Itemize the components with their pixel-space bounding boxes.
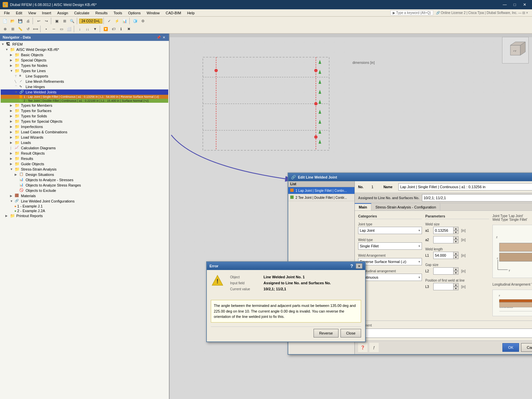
tb-line[interactable]: ─ xyxy=(50,25,58,33)
reverse-button[interactable]: Reverse xyxy=(314,329,338,337)
nav-item-imperfections[interactable]: ▶ 📁 Imperfections xyxy=(1,124,168,129)
nav-item-types-members[interactable]: ▶ 📁 Types for Members xyxy=(1,103,168,108)
3d-cube-navigator[interactable]: +Y xyxy=(502,37,529,64)
comment-select[interactable] xyxy=(357,329,532,338)
tb-redo[interactable]: ↪ xyxy=(43,17,50,25)
nav-item-config-1[interactable]: ■ 1 - Example J.1 xyxy=(1,204,168,208)
tb-info[interactable]: ℹ xyxy=(117,25,125,33)
nav-item-line-supports[interactable]: ⊤ ≡ Line Supports xyxy=(1,73,168,79)
formula-btn[interactable]: ƒ xyxy=(369,343,379,352)
tb-solid[interactable]: ⬜ xyxy=(66,25,73,33)
tb-rotate[interactable]: ↺ xyxy=(24,25,32,33)
list-item-1[interactable]: 1 Lap Joint | Single Fillet | Contin... xyxy=(288,187,354,194)
longitudinal-select[interactable]: Continuous Intermittent xyxy=(358,274,422,281)
tb-load-surf[interactable]: ▼ xyxy=(91,25,99,33)
nav-item-result-objects[interactable]: ▶ 📁 Result Objects xyxy=(1,151,168,156)
l3-input[interactable] xyxy=(433,283,453,290)
tb-new[interactable]: 📄 xyxy=(1,17,9,25)
nav-item-results[interactable]: ▶ 📁 Results xyxy=(1,156,168,161)
nav-item-load-cases[interactable]: ▶ 📁 Load Cases & Combinations xyxy=(1,129,168,135)
tb-save[interactable]: 💾 xyxy=(17,17,24,25)
nav-close-btn[interactable]: ✕ xyxy=(162,35,166,40)
nav-item-line-hinges[interactable]: ⌒ ∿ Line Hinges xyxy=(1,84,168,89)
l1-spin-down[interactable]: ▼ xyxy=(453,255,459,259)
help-btn[interactable]: ❓ xyxy=(358,343,367,352)
tb-load-node[interactable]: ↓ xyxy=(76,25,83,33)
tb-snap[interactable]: ⊕ xyxy=(1,25,9,33)
joint-type-select[interactable]: Lap Joint Tee Joint Butt Joint xyxy=(358,227,422,234)
nav-item-load-wizards[interactable]: ▶ 📁 Load Wizards xyxy=(1,135,168,140)
tb-open[interactable]: 📂 xyxy=(9,17,16,25)
menu-cad-bim[interactable]: CAD-BIM xyxy=(163,10,184,16)
nav-item-calc-diagrams[interactable]: │ 📈 Calculation Diagrams xyxy=(1,145,168,151)
error-close-x-btn[interactable]: ✕ xyxy=(356,263,362,269)
error-question-btn[interactable]: ? xyxy=(350,263,353,269)
nav-item-types-lines[interactable]: ▼ 📁 Types for Lines xyxy=(1,68,168,73)
tb-filter[interactable]: 🔽 xyxy=(102,25,109,33)
nav-item-materials[interactable]: ▶ 🟫 Materials xyxy=(1,193,168,199)
nav-item-rfem[interactable]: ▼ 🏗 RFEM xyxy=(1,42,168,47)
a2-spin-up[interactable]: ▲ xyxy=(453,236,459,240)
nav-item-line-mesh[interactable]: ╲ ⟋ Line Mesh Refinements xyxy=(1,79,168,84)
weld-arrangement-select[interactable]: Reverse Surface Normal (-z) Surface Norm… xyxy=(358,258,422,265)
menu-file[interactable]: File xyxy=(1,10,13,16)
a1-spin-down[interactable]: ▼ xyxy=(453,230,459,234)
menu-options[interactable]: Options xyxy=(125,10,143,16)
l2-input[interactable] xyxy=(433,267,453,275)
menu-calculate[interactable]: Calculate xyxy=(71,10,92,16)
nav-item-types-surfaces[interactable]: ▶ 📁 Types for Surfaces xyxy=(1,108,168,113)
menu-edit[interactable]: Edit xyxy=(13,10,25,16)
menu-window[interactable]: Window xyxy=(144,10,162,16)
nav-item-aisc[interactable]: ▼ 📁 AISC Weld Design KB.rf6* xyxy=(1,47,168,52)
tb-select[interactable]: ▣ xyxy=(53,17,61,25)
nav-item-obj-exclude[interactable]: 🚫 Objects to Exclude xyxy=(1,188,168,193)
menu-assign[interactable]: Assign xyxy=(55,10,71,16)
maximize-btn[interactable]: □ xyxy=(510,1,519,8)
tb-zoom-fit[interactable]: ⊞ xyxy=(61,17,68,25)
l2-spin-up[interactable]: ▲ xyxy=(453,267,459,271)
error-dialog-title[interactable]: Error ? ✕ xyxy=(207,262,365,270)
weld-type-select[interactable]: Single Fillet Double Fillet Full Penetra… xyxy=(358,242,422,250)
l1-input[interactable] xyxy=(433,252,453,259)
nav-item-design-situations[interactable]: ▶ 📋 Design Situations xyxy=(1,172,168,177)
nav-item-special-objects[interactable]: ▶ 📁 Special Objects xyxy=(1,58,168,63)
tab-stress-strain[interactable]: Stress-Strain Analysis - Configuration xyxy=(371,203,440,210)
nav-item-printout[interactable]: ▶ 📁 Printout Reports xyxy=(1,213,168,218)
tb-delete[interactable]: ✖ xyxy=(125,25,132,33)
tab-main[interactable]: Main xyxy=(355,203,371,210)
menu-tools[interactable]: Tools xyxy=(111,10,125,16)
tb-zoom-in[interactable]: 🔍 xyxy=(68,17,76,25)
cancel-button[interactable]: Cancel xyxy=(521,343,532,352)
tb-view3d[interactable]: 🧊 xyxy=(132,17,139,25)
l2-spin-down[interactable]: ▼ xyxy=(453,271,459,275)
tb-print[interactable]: 🖨 xyxy=(24,17,32,25)
nav-item-types-nodes[interactable]: ▶ 📁 Types for Nodes xyxy=(1,63,168,68)
tb-settings[interactable]: ⚙ xyxy=(139,17,147,25)
menu-help[interactable]: Help xyxy=(185,10,198,16)
keyword-search[interactable]: ▶ Type a keyword (Alt+Q) xyxy=(390,10,433,15)
menu-insert[interactable]: Insert xyxy=(39,10,54,16)
nav-item-weld-configs[interactable]: ▼ 🔗 Line Welded Joint Configurations xyxy=(1,199,168,204)
menu-results[interactable]: Results xyxy=(93,10,110,16)
nav-item-basic-objects[interactable]: ▶ 📁 Basic Objects xyxy=(1,52,168,58)
tb-node[interactable]: • xyxy=(43,25,50,33)
menu-view[interactable]: View xyxy=(26,10,39,16)
minimize-btn[interactable]: — xyxy=(500,1,509,8)
assigned-input[interactable] xyxy=(422,194,532,201)
nav-item-weld-1[interactable]: 🟧 1 - Lap Joint | Single Fillet | Contin… xyxy=(1,95,168,99)
name-input[interactable] xyxy=(398,183,532,191)
tb-measure[interactable]: 📏 xyxy=(17,25,24,33)
nav-item-loads[interactable]: ▶ 📁 Loads xyxy=(1,140,168,145)
tb-surface[interactable]: ▭ xyxy=(58,25,65,33)
nav-item-config-2[interactable]: ■ 2 - Example J.2A xyxy=(1,208,168,213)
close-button[interactable]: Close xyxy=(340,329,361,337)
nav-item-stress-strain[interactable]: ▼ 📁 Stress-Strain Analysis xyxy=(1,167,168,172)
tb-results[interactable]: 📊 xyxy=(121,17,128,25)
nav-item-guide-objects[interactable]: ▶ 📁 Guide Objects xyxy=(1,161,168,167)
tb-mirror[interactable]: ⟺ xyxy=(32,25,39,33)
nav-pin-btn[interactable]: 📌 xyxy=(156,35,161,40)
nav-item-obj-analyze-ranges[interactable]: 📊 Objects to Analyze Stress Ranges xyxy=(1,183,168,188)
tb-load-line[interactable]: ↓↓ xyxy=(84,25,91,33)
tb-undo[interactable]: ↩ xyxy=(35,17,42,25)
nav-item-types-solids[interactable]: ▶ 📁 Types for Solids xyxy=(1,113,168,119)
